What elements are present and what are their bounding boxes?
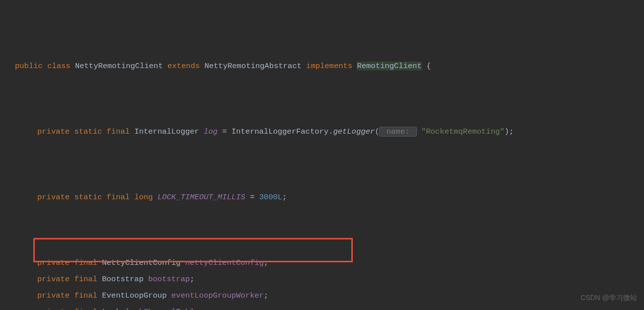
field-type: EventLoopGroup — [102, 291, 166, 300]
factory-class: InternalLoggerFactory — [232, 127, 328, 136]
equals: = — [245, 193, 259, 202]
keyword-extends: extends — [167, 62, 200, 71]
semicolon: ; — [264, 258, 268, 267]
semicolon: ; — [282, 193, 287, 202]
fields-block: private final NettyClientConfig nettyCli… — [15, 255, 644, 310]
field-modifiers: private final — [37, 258, 97, 267]
field-line: private final Lock lockChannelTables; — [15, 304, 644, 310]
field-name: nettyClientConfig — [185, 258, 264, 267]
field-name: eventLoopGroupWorker — [171, 291, 264, 300]
number-literal: 3000L — [259, 193, 283, 202]
watermark-text: CSDN @学习微站 — [580, 290, 637, 306]
log-field-line: private static final InternalLogger log … — [15, 124, 644, 140]
field-modifiers: private final — [37, 308, 97, 310]
field-log: log — [204, 127, 218, 136]
dot: . — [328, 127, 333, 136]
parameter-hint: name: — [379, 127, 416, 137]
keyword-final: final — [107, 127, 130, 136]
class-declaration-line: public class NettyRemotingClient extends… — [15, 58, 644, 75]
class-name: NettyRemotingClient — [75, 62, 163, 71]
keyword-public: public — [15, 62, 43, 71]
type-internallogger: InternalLogger — [134, 127, 199, 136]
keyword-long: long — [134, 193, 153, 202]
interface-name: RemotingClient — [357, 62, 421, 71]
field-line: private final EventLoopGroup eventLoopGr… — [15, 288, 644, 304]
paren-close: ); — [504, 127, 514, 136]
semicolon: ; — [204, 308, 208, 310]
field-modifiers: private final — [37, 275, 97, 284]
string-literal: "RocketmqRemoting" — [421, 127, 504, 136]
equals: = — [218, 127, 232, 136]
code-editor[interactable]: public class NettyRemotingClient extends… — [15, 9, 644, 310]
method-getlogger: getLogger — [333, 127, 375, 136]
field-type: NettyClientConfig — [102, 258, 180, 267]
brace: { — [422, 62, 431, 71]
field-type: Bootstrap — [102, 275, 144, 284]
field-name: lockChannelTables — [125, 308, 204, 310]
field-line: private final Bootstrap bootstrap; — [15, 271, 644, 288]
semicolon: ; — [190, 275, 194, 284]
field-modifiers: private final — [37, 291, 97, 300]
keyword-private: private — [37, 127, 70, 136]
keyword-final: final — [107, 193, 130, 202]
keyword-private: private — [37, 193, 70, 202]
semicolon: ; — [264, 291, 268, 300]
keyword-implements: implements — [306, 62, 352, 71]
field-locktimeout: LOCK_TIMEOUT_MILLIS — [158, 193, 245, 202]
keyword-static: static — [74, 127, 102, 136]
keyword-class: class — [47, 62, 71, 71]
parent-class: NettyRemotingAbstract — [204, 62, 301, 71]
field-line: private final NettyClientConfig nettyCli… — [15, 255, 644, 271]
keyword-static: static — [74, 193, 102, 202]
field-name: bootstrap — [148, 275, 190, 284]
field-type: Lock — [102, 308, 120, 310]
locktimeout-field-line: private static final long LOCK_TIMEOUT_M… — [15, 189, 644, 206]
